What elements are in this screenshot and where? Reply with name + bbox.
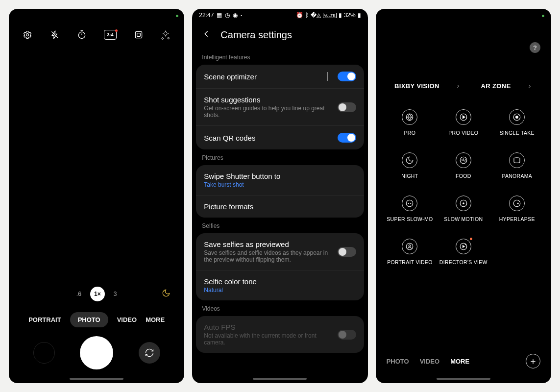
mode-panorama[interactable]: PANORAMA (492, 152, 542, 179)
motion-photo-icon[interactable] (133, 29, 144, 40)
row-selfie-tone[interactable]: Selfie color tone Natural (196, 270, 364, 300)
bixby-label: BIXBY VISION (394, 82, 439, 90)
mode-label: PRO VIDEO (448, 130, 478, 136)
mode-photo-active[interactable]: PHOTO (70, 312, 108, 327)
director-icon (456, 239, 471, 254)
page-title: Camera settings (220, 29, 292, 41)
viewfinder[interactable] (9, 45, 184, 283)
mode-video[interactable]: VIDEO (420, 358, 439, 365)
home-indicator[interactable] (70, 378, 123, 380)
mode-more-active[interactable]: MORE (450, 358, 469, 365)
toggle-shot-suggestions[interactable] (338, 102, 356, 112)
picture-formats-label: Picture formats (204, 202, 356, 211)
help-icon[interactable]: ? (530, 42, 540, 53)
group-selfies: Save selfies as previewed Save selfies a… (196, 233, 364, 300)
slow-icon (402, 196, 417, 211)
row-save-selfies[interactable]: Save selfies as previewed Save selfies a… (196, 233, 364, 270)
add-mode-button[interactable]: ＋ (526, 354, 540, 368)
row-auto-fps: Auto FPS Not available with the current … (196, 316, 364, 353)
dot-circle-icon (456, 196, 471, 211)
image-icon: ▦ (217, 12, 222, 19)
settings-screen: 22:47 ▦ ◷ ◉ • ⏰ ᛒ �◬ VoLTE ▮ 32% ▮ Camer… (192, 9, 367, 383)
svg-point-8 (515, 116, 518, 119)
mode-super-slow-mo[interactable]: SUPER SLOW-MO (385, 196, 435, 222)
mode-label: NIGHT (401, 173, 418, 179)
mode-portrait[interactable]: PORTRAIT (28, 316, 61, 323)
svg-point-14 (463, 202, 464, 204)
mode-night[interactable]: NIGHT (385, 152, 435, 179)
toggle-save-selfies[interactable] (338, 247, 356, 257)
zoom-level-wide[interactable]: .6 (76, 291, 81, 297)
section-pictures-label: Pictures (196, 149, 364, 165)
wifi-icon: �◬ (311, 12, 321, 19)
svg-point-15 (514, 200, 521, 207)
home-indicator[interactable] (253, 378, 307, 380)
mode-hyperlapse[interactable]: HYPERLAPSE (492, 196, 542, 222)
ar-zone-link[interactable]: AR ZONE (481, 82, 532, 90)
whatsapp-icon: ◉ (233, 12, 238, 19)
camera-top-toolbar: 3:4 (9, 23, 184, 45)
status-bar (376, 9, 551, 23)
aspect-ratio-icon[interactable]: 3:4 (104, 30, 117, 40)
save-selfies-sub: Save selfies and selfie videos as they a… (204, 249, 331, 263)
settings-content[interactable]: Intelligent features Scene optimizer Sho… (192, 49, 367, 383)
shot-suggestions-title: Shot suggestions (204, 96, 331, 104)
shutter-button[interactable] (80, 336, 113, 369)
swipe-shutter-title: Swipe Shutter button to (204, 172, 356, 180)
battery-icon: ▮ (358, 12, 361, 19)
signal-icon: ▮ (339, 12, 342, 19)
selfie-tone-title: Selfie color tone (204, 277, 356, 286)
home-indicator[interactable] (437, 378, 490, 380)
row-swipe-shutter[interactable]: Swipe Shutter button to Take burst shot (196, 165, 364, 196)
group-pictures: Swipe Shutter button to Take burst shot … (196, 165, 364, 218)
row-picture-formats[interactable]: Picture formats (196, 196, 364, 218)
camera-screen: 3:4 .6 1× 3 PORTRAIT PHOTO VIDEO MORE (9, 9, 184, 383)
timer-icon[interactable] (76, 29, 87, 40)
top-links: BIXBY VISION AR ZONE (376, 69, 551, 98)
row-scan-qr[interactable]: Scan QR codes (196, 126, 364, 149)
group-videos: Auto FPS Not available with the current … (196, 316, 364, 353)
zoom-controls: .6 1× 3 (9, 283, 184, 305)
mode-photo[interactable]: PHOTO (387, 358, 409, 365)
hyperlapse-icon (509, 196, 525, 211)
switch-camera-button[interactable] (139, 342, 160, 364)
swipe-shutter-sub: Take burst shot (204, 181, 356, 188)
mode-video[interactable]: VIDEO (117, 316, 137, 323)
notification-dot (115, 29, 118, 32)
zoom-level-1x[interactable]: 1× (90, 287, 105, 301)
section-intelligent-label: Intelligent features (196, 49, 364, 65)
camera-active-indicator (542, 15, 544, 17)
mode-more[interactable]: MORE (146, 316, 165, 323)
bixby-vision-link[interactable]: BIXBY VISION (394, 82, 461, 90)
mode-slow-motion[interactable]: SLOW MOTION (438, 196, 488, 222)
mode-director-s-view[interactable]: DIRECTOR'S VIEW (438, 239, 488, 265)
food-icon (456, 152, 471, 168)
auto-fps-title: Auto FPS (204, 323, 331, 331)
more-modes-screen: ? BIXBY VISION AR ZONE PROPRO VIDEOSINGL… (376, 9, 551, 383)
group-intelligent: Scene optimizer Shot suggestions Get on-… (196, 65, 364, 149)
flash-icon[interactable] (49, 29, 60, 40)
mode-pro-video[interactable]: PRO VIDEO (438, 109, 488, 136)
mode-single-take[interactable]: SINGLE TAKE (492, 109, 542, 136)
zoom-level-tele[interactable]: 3 (114, 291, 117, 297)
row-scene-optimizer[interactable]: Scene optimizer (196, 65, 364, 89)
toggle-scan-qr[interactable] (338, 133, 356, 143)
mode-portrait-video[interactable]: PORTRAIT VIDEO (385, 239, 435, 265)
night-mode-icon[interactable] (162, 289, 170, 299)
row-shot-suggestions[interactable]: Shot suggestions Get on-screen guides to… (196, 89, 364, 126)
gallery-thumbnail[interactable] (33, 342, 55, 364)
aspect-ratio-label: 3:4 (107, 32, 114, 37)
mode-label: DIRECTOR'S VIEW (439, 259, 487, 265)
back-icon[interactable] (201, 28, 212, 41)
toggle-scene-optimizer[interactable] (338, 72, 356, 81)
mode-label: SUPER SLOW-MO (387, 216, 433, 222)
moon-icon (402, 152, 417, 168)
mode-pro[interactable]: PRO (385, 109, 435, 136)
mode-label: FOOD (456, 173, 471, 179)
filters-icon[interactable] (160, 29, 171, 40)
gear-icon[interactable] (22, 29, 33, 40)
target-icon (509, 109, 525, 125)
ar-zone-label: AR ZONE (481, 82, 511, 90)
scene-optimizer-label: Scene optimizer (204, 73, 320, 81)
mode-food[interactable]: FOOD (438, 152, 488, 179)
